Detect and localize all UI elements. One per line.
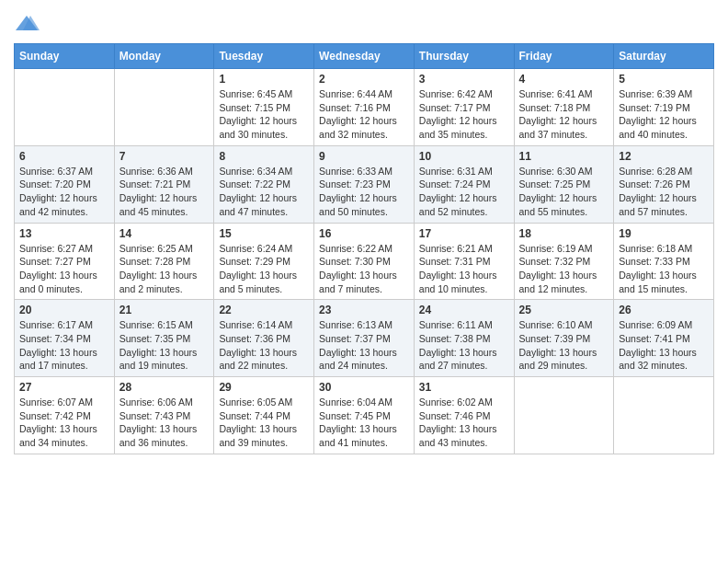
calendar-cell: 1Sunrise: 6:45 AM Sunset: 7:15 PM Daylig… (214, 69, 314, 146)
day-number: 29 (219, 381, 309, 394)
day-info: Sunrise: 6:04 AM Sunset: 7:45 PM Dayligh… (319, 396, 409, 450)
day-number: 6 (19, 150, 109, 163)
day-info: Sunrise: 6:02 AM Sunset: 7:46 PM Dayligh… (419, 396, 509, 450)
day-number: 17 (419, 227, 509, 240)
day-info: Sunrise: 6:45 AM Sunset: 7:15 PM Dayligh… (219, 87, 309, 142)
day-info: Sunrise: 6:42 AM Sunset: 7:17 PM Dayligh… (419, 87, 509, 142)
calendar-week-1: 1Sunrise: 6:45 AM Sunset: 7:15 PM Daylig… (15, 69, 714, 146)
weekday-header-monday: Monday (114, 44, 214, 69)
day-info: Sunrise: 6:19 AM Sunset: 7:32 PM Dayligh… (519, 242, 609, 296)
day-number: 30 (319, 381, 409, 394)
day-info: Sunrise: 6:21 AM Sunset: 7:31 PM Dayligh… (419, 242, 509, 296)
calendar-cell (514, 377, 614, 454)
day-number: 3 (419, 73, 509, 86)
day-number: 13 (19, 227, 109, 240)
day-number: 31 (419, 381, 509, 394)
day-number: 5 (619, 73, 709, 86)
calendar-cell: 25Sunrise: 6:10 AM Sunset: 7:39 PM Dayli… (514, 300, 614, 377)
day-number: 12 (619, 150, 709, 163)
day-number: 14 (119, 227, 210, 240)
day-info: Sunrise: 6:34 AM Sunset: 7:22 PM Dayligh… (219, 165, 309, 219)
calendar-cell: 20Sunrise: 6:17 AM Sunset: 7:34 PM Dayli… (15, 300, 115, 377)
day-number: 24 (419, 304, 509, 316)
weekday-header-sunday: Sunday (15, 44, 115, 69)
weekday-header-thursday: Thursday (414, 44, 514, 69)
calendar-cell: 26Sunrise: 6:09 AM Sunset: 7:41 PM Dayli… (614, 300, 714, 377)
calendar-cell: 19Sunrise: 6:18 AM Sunset: 7:33 PM Dayli… (614, 223, 714, 300)
day-info: Sunrise: 6:39 AM Sunset: 7:19 PM Dayligh… (619, 87, 709, 142)
calendar-header: SundayMondayTuesdayWednesdayThursdayFrid… (15, 44, 714, 69)
day-number: 26 (619, 304, 709, 316)
logo-icon (14, 14, 40, 34)
calendar-cell: 14Sunrise: 6:25 AM Sunset: 7:28 PM Dayli… (114, 223, 214, 300)
weekday-header-friday: Friday (514, 44, 614, 69)
calendar-body: 1Sunrise: 6:45 AM Sunset: 7:15 PM Daylig… (15, 69, 714, 454)
day-number: 20 (19, 304, 109, 316)
calendar-cell: 2Sunrise: 6:44 AM Sunset: 7:16 PM Daylig… (314, 69, 415, 146)
day-number: 4 (519, 73, 609, 86)
day-info: Sunrise: 6:06 AM Sunset: 7:43 PM Dayligh… (119, 396, 210, 450)
day-number: 19 (619, 227, 709, 240)
day-number: 11 (519, 150, 609, 163)
calendar-cell (614, 377, 714, 454)
day-info: Sunrise: 6:28 AM Sunset: 7:26 PM Dayligh… (619, 165, 709, 219)
day-number: 23 (319, 304, 409, 316)
logo (14, 14, 43, 34)
calendar-cell: 15Sunrise: 6:24 AM Sunset: 7:29 PM Dayli… (214, 223, 314, 300)
calendar-cell: 17Sunrise: 6:21 AM Sunset: 7:31 PM Dayli… (414, 223, 514, 300)
weekday-header-tuesday: Tuesday (214, 44, 314, 69)
day-info: Sunrise: 6:41 AM Sunset: 7:18 PM Dayligh… (519, 87, 609, 142)
calendar-cell: 21Sunrise: 6:15 AM Sunset: 7:35 PM Dayli… (114, 300, 214, 377)
calendar-week-5: 27Sunrise: 6:07 AM Sunset: 7:42 PM Dayli… (15, 377, 714, 454)
day-number: 1 (219, 73, 309, 86)
day-info: Sunrise: 6:37 AM Sunset: 7:20 PM Dayligh… (19, 165, 109, 219)
calendar-cell: 27Sunrise: 6:07 AM Sunset: 7:42 PM Dayli… (15, 377, 115, 454)
day-info: Sunrise: 6:10 AM Sunset: 7:39 PM Dayligh… (519, 318, 609, 373)
day-info: Sunrise: 6:05 AM Sunset: 7:44 PM Dayligh… (219, 396, 309, 450)
day-info: Sunrise: 6:13 AM Sunset: 7:37 PM Dayligh… (319, 318, 409, 373)
day-info: Sunrise: 6:36 AM Sunset: 7:21 PM Dayligh… (119, 165, 210, 219)
calendar-cell (15, 69, 115, 146)
day-info: Sunrise: 6:11 AM Sunset: 7:38 PM Dayligh… (419, 318, 509, 373)
day-number: 8 (219, 150, 309, 163)
day-info: Sunrise: 6:30 AM Sunset: 7:25 PM Dayligh… (519, 165, 609, 219)
calendar-cell (114, 69, 214, 146)
calendar-cell: 24Sunrise: 6:11 AM Sunset: 7:38 PM Dayli… (414, 300, 514, 377)
calendar-week-2: 6Sunrise: 6:37 AM Sunset: 7:20 PM Daylig… (15, 145, 714, 223)
day-info: Sunrise: 6:25 AM Sunset: 7:28 PM Dayligh… (119, 242, 210, 296)
calendar-cell: 7Sunrise: 6:36 AM Sunset: 7:21 PM Daylig… (114, 145, 214, 223)
day-info: Sunrise: 6:31 AM Sunset: 7:24 PM Dayligh… (419, 165, 509, 219)
day-number: 21 (119, 304, 210, 316)
day-number: 27 (19, 381, 109, 394)
calendar-cell: 9Sunrise: 6:33 AM Sunset: 7:23 PM Daylig… (314, 145, 415, 223)
day-info: Sunrise: 6:22 AM Sunset: 7:30 PM Dayligh… (319, 242, 409, 296)
day-info: Sunrise: 6:17 AM Sunset: 7:34 PM Dayligh… (19, 318, 109, 373)
calendar-week-4: 20Sunrise: 6:17 AM Sunset: 7:34 PM Dayli… (15, 300, 714, 377)
calendar-cell: 28Sunrise: 6:06 AM Sunset: 7:43 PM Dayli… (114, 377, 214, 454)
calendar-cell: 16Sunrise: 6:22 AM Sunset: 7:30 PM Dayli… (314, 223, 415, 300)
calendar-cell: 10Sunrise: 6:31 AM Sunset: 7:24 PM Dayli… (414, 145, 514, 223)
calendar-cell: 31Sunrise: 6:02 AM Sunset: 7:46 PM Dayli… (414, 377, 514, 454)
weekday-header-row: SundayMondayTuesdayWednesdayThursdayFrid… (15, 44, 714, 69)
calendar-week-3: 13Sunrise: 6:27 AM Sunset: 7:27 PM Dayli… (15, 223, 714, 300)
day-info: Sunrise: 6:14 AM Sunset: 7:36 PM Dayligh… (219, 318, 309, 373)
day-number: 22 (219, 304, 309, 316)
day-info: Sunrise: 6:15 AM Sunset: 7:35 PM Dayligh… (119, 318, 210, 373)
page-header (14, 14, 714, 34)
calendar-cell: 4Sunrise: 6:41 AM Sunset: 7:18 PM Daylig… (514, 69, 614, 146)
day-info: Sunrise: 6:24 AM Sunset: 7:29 PM Dayligh… (219, 242, 309, 296)
calendar-cell: 22Sunrise: 6:14 AM Sunset: 7:36 PM Dayli… (214, 300, 314, 377)
day-number: 2 (319, 73, 409, 86)
day-info: Sunrise: 6:09 AM Sunset: 7:41 PM Dayligh… (619, 318, 709, 373)
day-info: Sunrise: 6:27 AM Sunset: 7:27 PM Dayligh… (19, 242, 109, 296)
calendar-cell: 18Sunrise: 6:19 AM Sunset: 7:32 PM Dayli… (514, 223, 614, 300)
calendar-cell: 5Sunrise: 6:39 AM Sunset: 7:19 PM Daylig… (614, 69, 714, 146)
day-number: 25 (519, 304, 609, 316)
calendar-cell: 3Sunrise: 6:42 AM Sunset: 7:17 PM Daylig… (414, 69, 514, 146)
day-info: Sunrise: 6:44 AM Sunset: 7:16 PM Dayligh… (319, 87, 409, 142)
day-info: Sunrise: 6:18 AM Sunset: 7:33 PM Dayligh… (619, 242, 709, 296)
day-number: 7 (119, 150, 210, 163)
calendar-cell: 13Sunrise: 6:27 AM Sunset: 7:27 PM Dayli… (15, 223, 115, 300)
day-info: Sunrise: 6:33 AM Sunset: 7:23 PM Dayligh… (319, 165, 409, 219)
calendar-cell: 23Sunrise: 6:13 AM Sunset: 7:37 PM Dayli… (314, 300, 415, 377)
